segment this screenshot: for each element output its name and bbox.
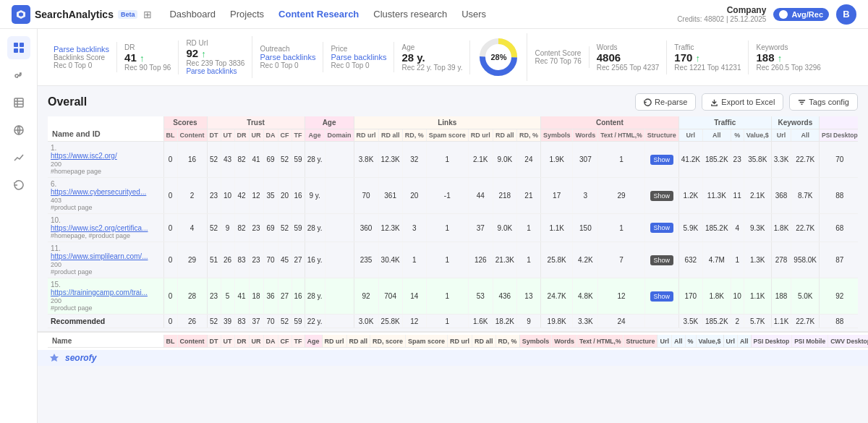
- cell-rd-pct2: 13: [516, 278, 540, 315]
- table-row: 10. https://www.isc2.org/certifica... #h…: [48, 214, 858, 242]
- cell-cf: 52: [278, 142, 292, 178]
- donut-pct-label: 28%: [490, 53, 506, 61]
- export-label: Export to Excel: [721, 98, 775, 106]
- dr-sub: Rec 90 Top 96: [124, 64, 171, 72]
- cell-kw-all: 22.7K: [791, 315, 820, 328]
- cell-traffic-pct: 11: [731, 178, 744, 214]
- cell-cf: 27: [278, 278, 292, 315]
- price-link[interactable]: Parse backlinks: [331, 53, 386, 61]
- tags-config-button[interactable]: Tags config: [789, 93, 858, 111]
- sidebar-icon-table[interactable]: [7, 91, 30, 114]
- sub-age-url: Age: [305, 129, 325, 142]
- row-status: 200: [51, 261, 61, 268]
- sub-psi-desk: PSI Desktop: [820, 129, 858, 142]
- row-recommended-label: Recommended: [51, 317, 105, 325]
- nav-link-content-research[interactable]: Content Research: [278, 9, 359, 20]
- toggle-pill[interactable]: Avg/Rec: [773, 8, 829, 21]
- cell-text-html: 29: [598, 178, 644, 214]
- backlinks-score-sub: Rec 0 Top 0: [54, 61, 109, 69]
- rd-url-label: RD Url: [186, 39, 244, 47]
- credits-info: Credits: 48802 | 25.12.2025: [677, 15, 766, 23]
- logo-icon: [12, 5, 30, 24]
- show-structure-btn[interactable]: Show: [650, 223, 674, 233]
- table-row: 15. https://trainingcamp.com/trai... 200…: [48, 278, 858, 315]
- show-structure-btn[interactable]: Show: [650, 291, 674, 302]
- footer-cwv-desk: CWV Desktop: [828, 335, 868, 348]
- cell-traffic-url: 41.2K: [678, 142, 702, 178]
- cell-spam: 1: [426, 242, 468, 278]
- cell-traffic-all: 185.2K: [702, 214, 731, 242]
- parse-backlinks-btn[interactable]: Parse backlinks Backlinks Score Rec 0 To…: [46, 42, 117, 72]
- cell-traffic-url: 5.9K: [678, 214, 702, 242]
- tags-config-label: Tags config: [809, 98, 849, 106]
- cell-dr: 82: [234, 214, 249, 242]
- row-id: 15.: [51, 281, 161, 289]
- group-scores-header: Scores: [163, 116, 207, 129]
- cell-bl: 0: [163, 242, 177, 278]
- col-name-id: Name and ID: [48, 116, 163, 142]
- svg-rect-4: [14, 98, 23, 107]
- cell-traffic-value: 5.7K: [744, 315, 771, 328]
- footer-rd-all: RD all: [346, 335, 370, 348]
- outreach-link[interactable]: Parse backlinks: [260, 53, 315, 61]
- cell-tf: 59: [292, 315, 305, 328]
- row-url-link[interactable]: https://trainingcamp.com/trai...: [51, 289, 161, 296]
- nav-link-projects[interactable]: Projects: [230, 9, 264, 20]
- reparse-button[interactable]: Re-parse: [635, 93, 696, 111]
- group-content-header: Content: [540, 116, 678, 129]
- cell-rd-url: 360: [354, 214, 378, 242]
- footer-value: Value,$: [696, 335, 723, 348]
- cell-psi-desktop: 88: [820, 315, 858, 328]
- row-id: 1.: [51, 144, 161, 152]
- cell-rd-all2: 218: [493, 178, 516, 214]
- row-url-link[interactable]: https://www.simplilearn.com/...: [51, 252, 161, 260]
- cell-rd-url: 235: [354, 242, 378, 278]
- sidebar-icon-globe[interactable]: [7, 119, 30, 142]
- words-sub: Rec 2565 Top 4237: [597, 64, 660, 72]
- cell-ur: 37: [249, 315, 263, 328]
- sub-rd-pct: RD, %: [402, 129, 426, 142]
- sidebar-icon-link[interactable]: [7, 64, 30, 87]
- sidebar-icon-grid[interactable]: [7, 36, 30, 59]
- sidebar-icon-refresh[interactable]: [7, 174, 30, 197]
- row-url-link[interactable]: https://www.isc2.org/: [51, 152, 161, 160]
- cell-cf: 45: [278, 242, 292, 278]
- cell-rd-all: 30.4K: [378, 242, 402, 278]
- nav-link-users[interactable]: Users: [461, 9, 486, 20]
- row-url-link[interactable]: https://www.isc2.org/certifica...: [51, 224, 161, 232]
- row-status: 403: [51, 197, 61, 204]
- sidebar-icon-chart[interactable]: [7, 146, 30, 169]
- sidebar: [0, 29, 38, 423]
- metric-dr: DR 41 ↑ Rec 90 Top 96: [117, 40, 179, 74]
- sub-content: Content: [177, 129, 207, 142]
- table-row: 6. https://www.cybersecurityed... 403 #p…: [48, 178, 858, 214]
- nav-link-clusters-research[interactable]: Clusters research: [373, 9, 447, 20]
- sub-traffic-all: All: [702, 129, 731, 142]
- cell-structure: Show: [644, 214, 678, 242]
- show-structure-btn[interactable]: Show: [650, 255, 674, 265]
- cell-content: 29: [177, 242, 207, 278]
- cell-rd-pct2: 1: [516, 242, 540, 278]
- cell-symbols: 24.7K: [540, 278, 573, 315]
- sub-traffic-url: Url: [678, 129, 702, 142]
- toggle-label: Avg/Rec: [791, 10, 823, 19]
- row-url-link[interactable]: https://www.cybersecurityed...: [51, 188, 161, 196]
- footer-rd-pct: RD, %: [495, 335, 519, 348]
- export-button[interactable]: Export to Excel: [702, 93, 783, 111]
- show-structure-btn[interactable]: Show: [650, 191, 674, 201]
- user-avatar[interactable]: B: [836, 4, 856, 25]
- rd-url-sub: Rec 239 Top 3836: [186, 59, 244, 67]
- show-structure-btn[interactable]: Show: [650, 155, 674, 165]
- parse-label[interactable]: Parse backlinks: [54, 45, 109, 54]
- nav-link-dashboard[interactable]: Dashboard: [169, 9, 216, 20]
- cell-dt: 51: [207, 242, 221, 278]
- cell-dr: 83: [234, 242, 249, 278]
- cell-age-domain: [325, 315, 354, 328]
- footer-dt: DT: [207, 335, 221, 348]
- logo: SearchAnalytics Beta ⊞: [12, 5, 152, 24]
- grid-icon[interactable]: ⊞: [143, 9, 152, 20]
- cell-rd-all: 12.3K: [378, 214, 402, 242]
- group-keywords-header: Keywords: [771, 116, 819, 129]
- rd-url-link[interactable]: Parse backlinks: [186, 67, 244, 75]
- cell-rd-url: 92: [354, 278, 378, 315]
